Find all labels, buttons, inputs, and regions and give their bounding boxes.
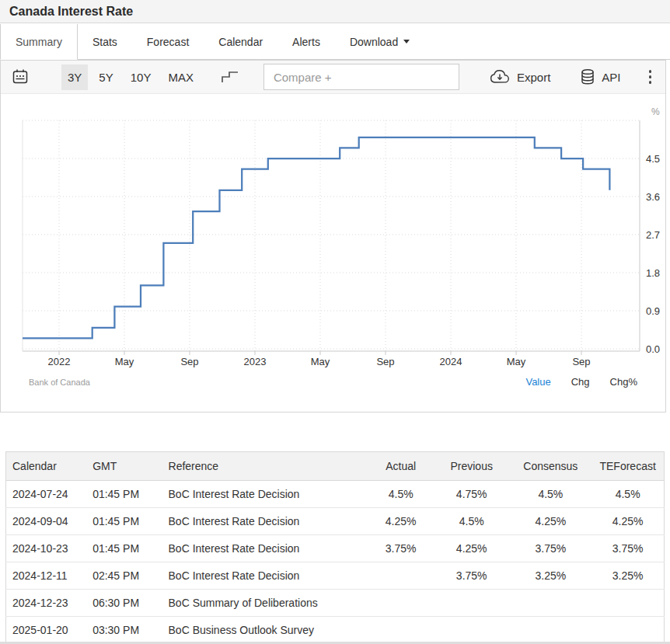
table-cell: 06:30 PM <box>85 590 160 617</box>
page-title: Canada Interest Rate <box>0 0 670 23</box>
table-cell: BoC Interest Rate Decision <box>161 535 368 562</box>
svg-text:1.8: 1.8 <box>646 267 660 279</box>
header-row: CalendarGMTReferenceActualPreviousConsen… <box>6 452 665 481</box>
column-header-gmt: GMT <box>85 452 160 481</box>
svg-text:2022: 2022 <box>48 356 71 367</box>
tab-stats[interactable]: Stats <box>78 24 132 59</box>
table-cell <box>434 617 509 644</box>
range-button-5y[interactable]: 5Y <box>92 64 119 90</box>
svg-text:May: May <box>115 356 134 367</box>
mode-link-chg[interactable]: Chg <box>571 376 590 388</box>
table-cell: 2024-07-24 <box>6 481 85 508</box>
calendar-table-body: 2024-07-2401:45 PMBoC Interest Rate Deci… <box>6 481 665 644</box>
svg-text:2024: 2024 <box>440 356 462 367</box>
table-cell: 01:45 PM <box>85 535 160 562</box>
svg-text:Sep: Sep <box>572 356 590 367</box>
svg-text:0.0: 0.0 <box>646 343 660 355</box>
column-header-calendar: Calendar <box>6 452 85 481</box>
table-row[interactable]: 2024-12-2306:30 PMBoC Summary of Deliber… <box>6 590 665 617</box>
calendar-icon <box>12 68 29 85</box>
table-cell: 03:30 PM <box>85 617 160 644</box>
table-cell: 4.75% <box>434 481 509 508</box>
table-cell: 4.5% <box>591 481 664 508</box>
export-label: Export <box>517 71 550 84</box>
table-cell: BoC Interest Rate Decision <box>161 508 368 535</box>
table-row[interactable]: 2025-01-2003:30 PMBoC Business Outlook S… <box>6 617 665 644</box>
compare-input[interactable] <box>263 64 459 90</box>
table-row[interactable]: 2024-10-2301:45 PMBoC Interest Rate Deci… <box>6 535 665 562</box>
tab-label: Forecast <box>147 36 189 48</box>
table-cell: 4.5% <box>368 481 434 508</box>
tab-calendar[interactable]: Calendar <box>204 24 277 59</box>
interest-rate-chart: 2022MaySep2023MaySep2024MaySep0.00.91.82… <box>1 94 665 372</box>
chart-menu-button[interactable] <box>649 68 652 85</box>
table-cell: 3.75% <box>591 535 664 562</box>
table-cell: BoC Business Outlook Survey <box>161 617 368 644</box>
table-cell <box>368 617 434 644</box>
chart-source-link[interactable]: Bank of Canada <box>29 378 90 387</box>
calendar-table: CalendarGMTReferenceActualPreviousConsen… <box>5 451 665 644</box>
table-cell <box>434 590 509 617</box>
export-button[interactable]: Export <box>489 69 550 85</box>
chart-area[interactable]: 2022MaySep2023MaySep2024MaySep0.00.91.82… <box>1 94 665 372</box>
tab-forecast[interactable]: Forecast <box>132 24 204 59</box>
svg-text:May: May <box>311 356 330 367</box>
svg-text:3.6: 3.6 <box>646 191 660 203</box>
table-row[interactable]: 2024-07-2401:45 PMBoC Interest Rate Deci… <box>6 481 665 508</box>
column-header-reference: Reference <box>161 452 368 481</box>
table-cell: 4.25% <box>368 508 434 535</box>
table-cell: BoC Interest Rate Decision <box>161 481 368 508</box>
mode-link-value[interactable]: Value <box>525 376 550 388</box>
table-cell: 4.5% <box>434 508 509 535</box>
table-cell: 2024-12-11 <box>6 562 85 590</box>
chart-footer: Bank of Canada ValueChgChg% <box>1 372 665 388</box>
table-cell: 4.25% <box>591 508 664 535</box>
svg-text:Sep: Sep <box>180 356 198 367</box>
table-cell: 3.25% <box>591 562 664 590</box>
table-cell: 3.25% <box>509 562 591 590</box>
mode-link-chgpct[interactable]: Chg% <box>610 376 637 388</box>
tab-summary[interactable]: Summary <box>0 24 78 60</box>
range-button-3y[interactable]: 3Y <box>61 64 88 90</box>
table-cell: 01:45 PM <box>85 508 160 535</box>
column-header-teforecast: TEForecast <box>591 452 664 481</box>
tab-alerts[interactable]: Alerts <box>277 24 335 59</box>
tab-label: Stats <box>92 36 117 48</box>
calendar-table-wrap: CalendarGMTReferenceActualPreviousConsen… <box>5 451 665 644</box>
table-cell <box>368 590 434 617</box>
table-cell: 3.75% <box>368 535 434 562</box>
tab-label: Calendar <box>218 36 263 48</box>
tab-label: Alerts <box>292 36 320 48</box>
column-header-actual: Actual <box>368 452 434 481</box>
table-cell <box>509 617 591 644</box>
kebab-menu-icon <box>649 70 652 73</box>
database-icon <box>580 68 595 85</box>
range-button-max[interactable]: MAX <box>162 64 200 90</box>
table-row[interactable]: 2024-09-0401:45 PMBoC Interest Rate Deci… <box>6 508 665 535</box>
page: Canada Interest Rate SummaryStatsForecas… <box>0 0 670 644</box>
svg-text:May: May <box>507 356 526 367</box>
column-header-consensus: Consensus <box>509 452 591 481</box>
chart-type-button[interactable] <box>220 70 240 84</box>
table-cell: 02:45 PM <box>85 562 160 590</box>
table-cell <box>591 617 664 644</box>
table-cell <box>509 590 591 617</box>
tab-download[interactable]: Download <box>335 24 424 59</box>
table-cell: 01:45 PM <box>85 481 160 508</box>
svg-text:2.7: 2.7 <box>646 229 660 241</box>
table-cell: 4.5% <box>509 481 591 508</box>
table-row[interactable]: 2024-12-1102:45 PMBoC Interest Rate Deci… <box>6 562 665 590</box>
table-cell: 4.25% <box>434 535 509 562</box>
range-button-10y[interactable]: 10Y <box>124 64 158 90</box>
svg-text:%: % <box>651 106 660 117</box>
page-header: Canada Interest Rate <box>0 0 670 23</box>
calendar-table-head: CalendarGMTReferenceActualPreviousConsen… <box>6 452 665 481</box>
calendar-button[interactable] <box>12 68 29 85</box>
table-cell: 3.75% <box>509 535 591 562</box>
table-cell: BoC Interest Rate Decision <box>161 562 368 590</box>
chart-mode-links: ValueChgChg% <box>505 376 637 388</box>
table-cell: 2024-09-04 <box>6 508 85 535</box>
tabbar: SummaryStatsForecastCalendarAlertsDownlo… <box>0 24 670 60</box>
svg-text:2023: 2023 <box>244 356 267 367</box>
api-button[interactable]: API <box>580 68 620 85</box>
